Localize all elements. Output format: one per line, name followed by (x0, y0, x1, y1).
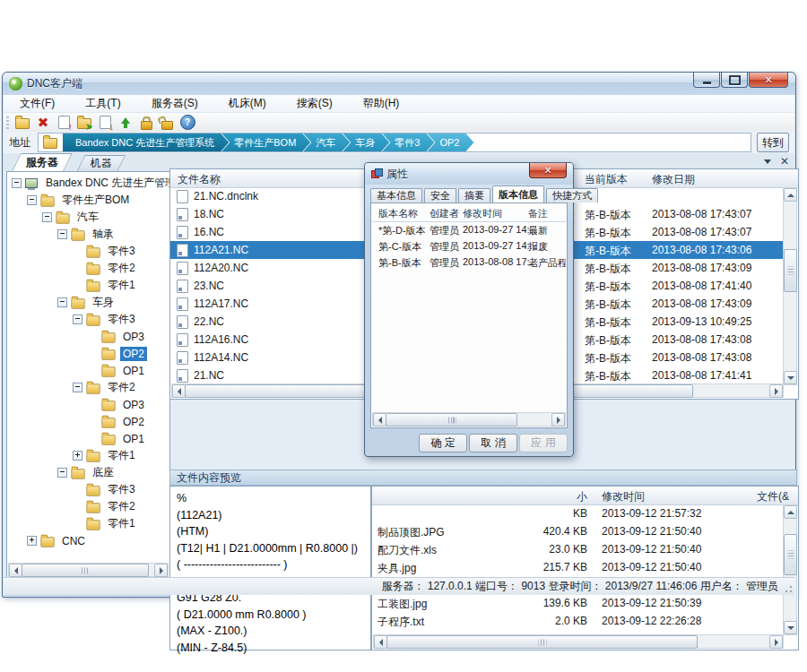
tree-item[interactable]: 零件3 (7, 481, 169, 498)
maximize-button[interactable] (721, 73, 748, 88)
column-creator[interactable]: 创建者 (430, 207, 459, 220)
check-out-button[interactable]: ↓ (96, 115, 114, 131)
tree-item[interactable]: 零件3 (7, 243, 169, 260)
tree-item[interactable]: OP1 (7, 362, 169, 379)
column-file-name[interactable]: 文件名称 (178, 172, 221, 187)
tree-item[interactable]: 汽车 (7, 209, 169, 226)
tab-version-info[interactable]: 版本信息 (492, 185, 544, 202)
tree-item-cnc[interactable]: CNC (7, 532, 169, 549)
menu-tools[interactable]: 工具(T) (76, 94, 129, 113)
open-folder-button[interactable]: ➤ (75, 115, 93, 131)
menu-help[interactable]: 帮助(H) (354, 94, 409, 113)
check-in-button[interactable]: ↑ (55, 115, 73, 131)
breadcrumb-root[interactable]: Bandex DNC 先进生产管理系统 (63, 134, 229, 151)
collapse-icon[interactable] (73, 383, 82, 392)
tree-item[interactable]: 轴承 (7, 226, 169, 243)
scroll-left-icon[interactable] (172, 384, 186, 398)
tree-item[interactable]: 零件3 (7, 311, 169, 328)
column-modify-time[interactable]: 修改时间 (602, 489, 645, 504)
close-tab-icon[interactable]: ✕ (780, 156, 789, 167)
help-button[interactable]: ? (178, 115, 196, 131)
unlock-button[interactable] (158, 115, 176, 131)
tab-security[interactable]: 安全 (424, 188, 456, 202)
attachment-row[interactable]: 配刀文件.xls23.0 KB2013-09-12 21:50:40 (372, 540, 785, 558)
scroll-down-icon[interactable] (784, 621, 797, 634)
tree-item[interactable]: 零件2 (7, 260, 169, 277)
column-current-version[interactable]: 当前版本 (585, 172, 628, 187)
scroll-left-icon[interactable] (373, 413, 386, 426)
collapse-icon[interactable] (42, 212, 52, 222)
attachment-row[interactable]: 夹具.jpg215.7 KB2013-09-12 21:50:40 (372, 558, 785, 576)
tree-item[interactable]: 零件2 (7, 498, 169, 515)
collapse-icon[interactable] (73, 314, 82, 324)
scroll-thumb[interactable] (784, 534, 797, 575)
attachment-vscrollbar[interactable] (783, 504, 797, 635)
collapse-icon[interactable] (57, 297, 67, 307)
column-size[interactable]: 小 (577, 489, 587, 504)
tree-item[interactable]: 零件1 (7, 447, 169, 464)
tree-item-op2-selected[interactable]: OP2 (7, 345, 169, 362)
lock-button[interactable] (137, 115, 155, 131)
scroll-up-icon[interactable] (784, 505, 797, 519)
cancel-button[interactable]: 取 消 (469, 434, 517, 452)
tree-item-root[interactable]: Bandex DNC 先进生产管理系统 (7, 175, 169, 192)
version-hscrollbar[interactable] (372, 412, 566, 426)
breadcrumb-item[interactable]: 零件3 (382, 134, 434, 151)
collapse-icon[interactable] (57, 229, 67, 239)
scroll-up-icon[interactable] (784, 188, 797, 202)
menu-server[interactable]: 服务器(S) (143, 94, 207, 113)
go-button[interactable]: 转到 (757, 133, 789, 152)
tree-item[interactable]: 车身 (7, 294, 169, 311)
column-modify-time[interactable]: 修改时间 (463, 207, 502, 220)
tree-item[interactable]: OP2 (7, 413, 169, 430)
attachment-row[interactable]: KB2013-09-12 21:57:32 (372, 504, 785, 522)
tab-machine[interactable]: 机器 (77, 155, 126, 171)
tree-item[interactable]: 零件生产BOM (7, 192, 169, 209)
column-note[interactable]: 备注 (528, 207, 548, 220)
scroll-right-icon[interactable] (154, 564, 168, 577)
minimize-button[interactable] (693, 73, 720, 88)
file-list-vscrollbar[interactable] (783, 187, 797, 385)
menu-file[interactable]: 文件(F) (11, 94, 64, 113)
tree-item[interactable]: OP3 (7, 328, 169, 345)
expand-icon[interactable] (27, 536, 37, 546)
version-row[interactable]: 第-C-版本管理员2013-09-27 14:...报废 (372, 238, 566, 254)
delete-button[interactable]: ✖ (34, 115, 52, 131)
tree-item[interactable]: 底座 (7, 464, 169, 481)
attachment-row[interactable]: 子程序.txt2.0 KB2013-09-12 22:26:28 (372, 612, 785, 630)
tree-hscrollbar[interactable] (8, 563, 169, 577)
resize-grip-icon[interactable] (782, 582, 793, 593)
scroll-down-icon[interactable] (784, 371, 797, 384)
scroll-thumb[interactable] (386, 413, 517, 426)
menu-search[interactable]: 搜索(S) (288, 94, 342, 113)
expand-icon[interactable] (73, 451, 82, 461)
apply-button[interactable]: 应 用 (519, 434, 568, 452)
tab-summary[interactable]: 摘要 (458, 188, 490, 202)
scroll-thumb[interactable] (22, 564, 149, 577)
tree-item[interactable]: 零件1 (7, 515, 169, 532)
scroll-thumb[interactable] (386, 635, 698, 649)
collapse-icon[interactable] (57, 468, 67, 478)
version-row[interactable]: 第-B-版本管理员2013-08-08 17:...老产品程序 (372, 254, 566, 271)
scroll-left-icon[interactable] (9, 564, 22, 577)
column-modify-date[interactable]: 修改日期 (652, 172, 695, 187)
title-bar[interactable]: DNC客户端 ✕ (3, 73, 795, 95)
menu-machine[interactable]: 机床(M) (220, 94, 275, 113)
tree-item[interactable]: 零件2 (7, 379, 169, 396)
dialog-close-button[interactable]: ✕ (529, 163, 567, 178)
scroll-right-icon[interactable] (551, 413, 565, 426)
close-button[interactable]: ✕ (749, 73, 788, 88)
scroll-right-icon[interactable] (769, 384, 783, 398)
tab-shortcut[interactable]: 快捷方式 (546, 188, 598, 202)
attachment-row[interactable]: 工装图.jpg139.6 KB2013-09-12 21:50:39 (372, 594, 785, 612)
collapse-icon[interactable] (12, 178, 22, 188)
upload-button[interactable] (117, 115, 134, 131)
new-folder-button[interactable] (13, 115, 31, 131)
scroll-right-icon[interactable] (769, 635, 783, 649)
tree-item[interactable]: OP3 (7, 396, 169, 413)
tree-item[interactable]: 零件1 (7, 277, 169, 294)
tree-item[interactable]: OP1 (7, 430, 169, 447)
scroll-thumb[interactable] (784, 249, 797, 292)
ok-button[interactable]: 确 定 (419, 434, 467, 452)
chevron-down-icon[interactable] (764, 159, 771, 164)
